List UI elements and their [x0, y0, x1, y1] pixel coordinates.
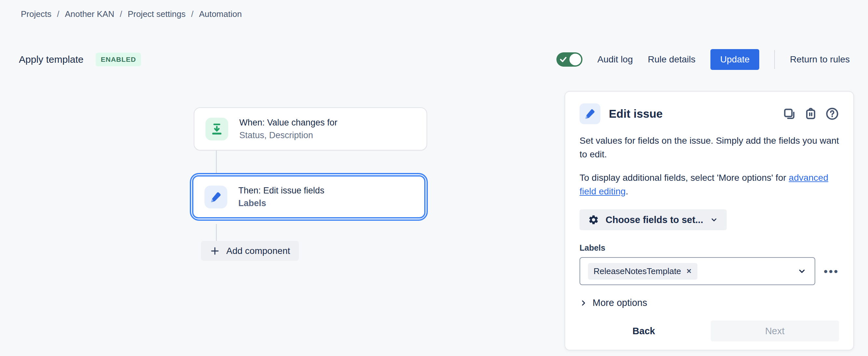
trash-icon: [804, 107, 817, 120]
hint-suffix: .: [626, 186, 628, 197]
toolbar-divider: [774, 50, 775, 69]
rule-enabled-toggle[interactable]: [556, 52, 583, 67]
page-title: Apply template: [19, 54, 83, 65]
label-tag: ReleaseNotesTemplate ✕: [588, 263, 698, 280]
action-card-title: Then: Edit issue fields: [238, 185, 324, 197]
label-tag-text: ReleaseNotesTemplate: [593, 266, 681, 276]
panel-footer: Back Next: [580, 321, 839, 342]
choose-fields-label: Choose fields to set...: [606, 215, 703, 225]
trigger-card-subtitle: Status, Description: [239, 130, 337, 141]
return-to-rules-button[interactable]: Return to rules: [790, 54, 850, 65]
labels-field-row: ReleaseNotesTemplate ✕ •••: [580, 257, 839, 285]
next-button[interactable]: Next: [711, 321, 839, 342]
more-options-label: More options: [593, 297, 647, 308]
more-options-expander[interactable]: More options: [580, 297, 839, 308]
help-icon: [825, 107, 839, 120]
pencil-icon: [205, 186, 227, 208]
back-button[interactable]: Back: [580, 326, 708, 336]
copy-icon: [782, 107, 796, 120]
breadcrumb-project[interactable]: Another KAN: [65, 9, 114, 19]
labels-select-field[interactable]: ReleaseNotesTemplate ✕: [580, 257, 815, 285]
panel-hint: To display additional fields, select 'Mo…: [580, 171, 839, 198]
update-button[interactable]: Update: [710, 49, 759, 70]
panel-header: Edit issue: [580, 103, 839, 124]
chevron-right-icon: [580, 299, 587, 307]
labels-field-label: Labels: [580, 243, 839, 253]
breadcrumb-separator: /: [120, 9, 122, 19]
gear-icon: [588, 214, 599, 225]
action-card-subtitle: Labels: [238, 197, 324, 209]
add-component-label: Add component: [226, 246, 290, 256]
field-overflow-menu-icon[interactable]: •••: [824, 266, 839, 277]
breadcrumb-projects[interactable]: Projects: [21, 9, 52, 19]
flow-connector: [216, 224, 217, 241]
status-badge: ENABLED: [96, 53, 141, 66]
action-card-selection-ring: Then: Edit issue fields Labels: [190, 173, 428, 221]
hint-prefix: To display additional fields, select 'Mo…: [580, 173, 789, 183]
breadcrumb-separator: /: [191, 9, 193, 19]
rule-details-button[interactable]: Rule details: [648, 54, 695, 65]
pencil-icon: [580, 103, 600, 124]
choose-fields-dropdown[interactable]: Choose fields to set...: [580, 209, 727, 230]
rule-actions-toolbar: Audit log Rule details Update Return to …: [556, 49, 850, 70]
chevron-down-icon: [710, 216, 718, 224]
breadcrumb-project-settings[interactable]: Project settings: [128, 9, 186, 19]
panel-actions: [782, 107, 839, 120]
delete-button[interactable]: [804, 107, 817, 120]
edit-issue-panel: Edit issue: [564, 91, 854, 351]
check-icon: [559, 56, 567, 63]
breadcrumb-separator: /: [57, 9, 59, 19]
automation-rule-editor: Projects / Another KAN / Project setting…: [0, 0, 868, 356]
add-component-button[interactable]: Add component: [201, 241, 299, 261]
help-button[interactable]: [825, 107, 839, 120]
remove-tag-icon[interactable]: ✕: [686, 268, 692, 274]
rule-header: Apply template ENABLED: [19, 51, 141, 68]
trigger-card[interactable]: When: Value changes for Status, Descript…: [194, 107, 427, 150]
flow-connector: [216, 150, 217, 173]
value-changes-icon: [206, 118, 228, 140]
field-chevron-down-icon[interactable]: [797, 266, 807, 276]
audit-log-button[interactable]: Audit log: [597, 54, 633, 65]
breadcrumb: Projects / Another KAN / Project setting…: [21, 9, 242, 19]
plus-icon: [210, 246, 220, 256]
trigger-card-title: When: Value changes for: [239, 117, 337, 129]
panel-description: Set values for fields on the issue. Simp…: [580, 134, 839, 161]
panel-title: Edit issue: [609, 107, 774, 120]
action-card[interactable]: Then: Edit issue fields Labels: [192, 175, 426, 218]
toggle-knob: [569, 54, 581, 65]
breadcrumb-automation[interactable]: Automation: [199, 9, 242, 19]
duplicate-button[interactable]: [782, 107, 796, 120]
